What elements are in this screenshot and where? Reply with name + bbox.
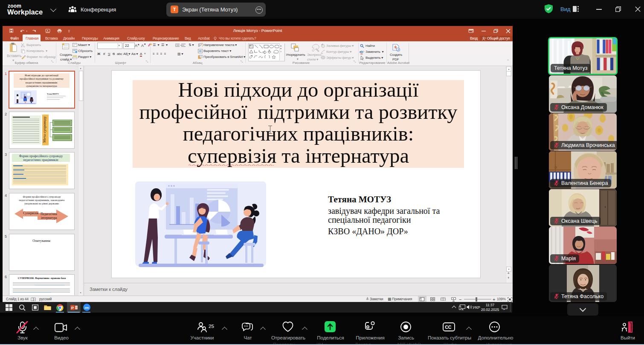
svg-text:CC: CC [445,325,452,330]
svg-text:Педагогічна: Педагогічна [41,212,57,216]
svg-text:Супервізія: Супервізія [23,211,38,215]
svg-text:інтернатура: інтернатура [41,216,57,220]
svg-text:zm: zm [84,306,89,310]
svg-text:P: P [71,306,74,310]
svg-text:ac: ac [360,52,363,55]
